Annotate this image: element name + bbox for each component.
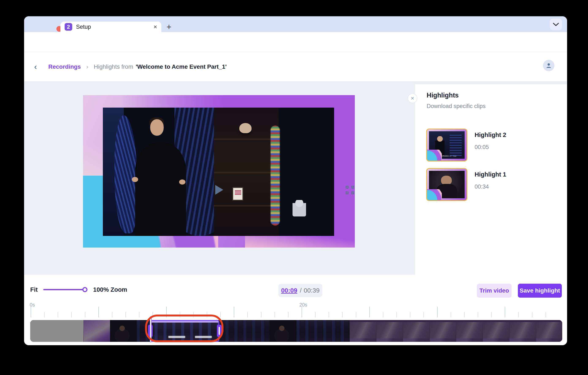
current-time-link[interactable]: 00:09 (281, 287, 297, 294)
filmstrip-dim-overlay (84, 320, 150, 342)
highlight-thumbnail[interactable]: RECORDED AT TED (426, 129, 467, 162)
highlights-panel-subtitle: Download specific clips (427, 103, 567, 110)
tab-strip: 2 Setup × + (24, 16, 567, 32)
breadcrumb-separator-icon: › (86, 63, 88, 70)
ruler-tick (315, 312, 315, 317)
time-indicator: 00:09 / 00:39 (278, 284, 322, 297)
ruler-tick (532, 312, 533, 317)
speaker-head (150, 119, 164, 136)
ruler-tick (356, 312, 356, 317)
ruler-tick (505, 307, 505, 317)
ruler-tick (478, 312, 478, 317)
back-chevron-icon[interactable]: ‹ (34, 63, 37, 71)
highlight-item[interactable]: Highlight 1 00:34 (426, 168, 506, 201)
highlight-duration: 00:05 (475, 144, 506, 151)
filmstrip-empty-block (30, 320, 84, 342)
tab-search-chevron-icon[interactable] (550, 19, 562, 30)
ruler-tick (410, 312, 410, 317)
speaker-body (135, 142, 186, 236)
ruler-tick (518, 312, 519, 317)
ruler-tick (329, 312, 329, 317)
user-avatar[interactable] (543, 60, 554, 71)
ruler-label: 20s (299, 302, 307, 308)
ruler-tick (85, 312, 85, 317)
video-dome-prop (293, 200, 306, 216)
video-dna-model (271, 126, 280, 226)
breadcrumb-recordings-link[interactable]: Recordings (48, 63, 81, 70)
highlights-panel-title: Highlights (427, 91, 567, 99)
zuddl-favicon-icon: 2 (65, 23, 72, 31)
page-header: ‹ Recordings › Highlights from 'Welcome … (24, 52, 567, 82)
ruler-tick (139, 312, 139, 317)
ruler-tick (44, 312, 45, 317)
play-button[interactable] (215, 185, 223, 195)
new-tab-button[interactable]: + (164, 22, 174, 32)
ruler-tick (58, 312, 58, 317)
ruler-tick (220, 312, 221, 317)
ruler-tick (112, 312, 112, 317)
fullscreen-icon[interactable] (346, 186, 354, 194)
zoom-slider[interactable] (43, 289, 85, 290)
ruler-tick (491, 312, 492, 317)
video-flag-frame (232, 187, 243, 201)
trim-video-button[interactable]: Trim video (477, 284, 512, 298)
highlight-duration: 00:34 (475, 184, 506, 190)
speaker-hand (132, 177, 138, 182)
highlight-label: Highlight 1 (475, 171, 506, 178)
editor-content: Highlights Download specific clips RECOR… (24, 82, 567, 275)
browser-tab-setup[interactable]: 2 Setup × (60, 22, 161, 32)
tab-close-icon[interactable]: × (153, 24, 157, 30)
ruler-tick (234, 307, 234, 317)
ruler-tick (247, 312, 248, 317)
ruler-tick (464, 312, 465, 317)
total-time: 00:39 (304, 287, 320, 294)
tab-title: Setup (76, 24, 153, 30)
video-frame[interactable] (103, 108, 334, 236)
breadcrumb-prefix: Highlights from (94, 63, 133, 70)
video-blue-spine (115, 115, 138, 233)
ruler-tick (274, 312, 275, 317)
zoom-level-label: 100% Zoom (93, 286, 127, 293)
ruler-tick (126, 312, 126, 317)
zoom-slider-knob[interactable] (82, 287, 87, 292)
filmstrip-dim-overlay (219, 320, 562, 342)
ruler-tick (288, 312, 289, 317)
save-highlight-button[interactable]: Save highlight (518, 284, 562, 298)
ruler-tick (98, 307, 99, 317)
highlights-panel: Highlights Download specific clips RECOR… (415, 84, 567, 275)
ruler-label: 0s (30, 302, 35, 308)
ruler-tick (302, 307, 302, 317)
ruler-tick (546, 312, 546, 317)
fit-label: Fit (30, 286, 38, 293)
annotation-red-ellipse (145, 315, 223, 342)
ruler-tick (342, 312, 343, 317)
highlight-item[interactable]: RECORDED AT TED Highlight 2 00:05 (426, 129, 506, 162)
browser-window: 2 Setup × + https://setup.zuddl.com/zudd… (24, 16, 567, 345)
ruler-tick (396, 312, 397, 317)
stage-canvas (83, 95, 355, 248)
video-skull-prop (239, 123, 252, 133)
ruler-tick (71, 312, 72, 317)
close-panel-icon[interactable]: × (408, 93, 417, 103)
ruler-tick (451, 312, 451, 317)
ruler-tick (369, 307, 370, 317)
ruler-tick (423, 312, 424, 317)
highlight-label: Highlight 2 (475, 132, 506, 138)
ruler-tick (437, 307, 438, 317)
breadcrumb-title: 'Welcome to Acme Event Part_1' (136, 63, 227, 70)
ruler-tick (261, 312, 262, 317)
ruler-tick (31, 307, 31, 317)
highlight-thumbnail[interactable] (426, 168, 467, 201)
ruler-tick (383, 312, 383, 317)
browser-toolbar: https://setup.zuddl.com/zuddl/recordings… (24, 32, 567, 52)
time-separator: / (300, 287, 302, 294)
